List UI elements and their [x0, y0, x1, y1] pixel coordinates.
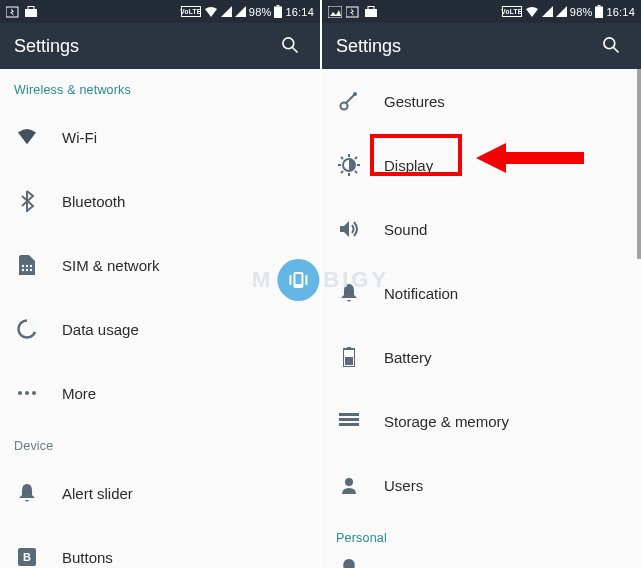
row-label: SIM & network	[62, 257, 160, 274]
row-label: Wi-Fi	[62, 129, 97, 146]
users-icon	[336, 476, 362, 494]
battery-percent: 98%	[249, 6, 272, 18]
svg-point-9	[30, 265, 32, 267]
svg-point-12	[30, 269, 32, 271]
svg-rect-23	[598, 5, 601, 7]
sim-icon	[14, 255, 40, 275]
battery-percent: 98%	[570, 6, 593, 18]
row-sim[interactable]: SIM & network	[0, 233, 320, 297]
section-personal: Personal	[322, 517, 641, 553]
notification-icon	[336, 283, 362, 303]
svg-line-26	[614, 47, 619, 52]
svg-rect-1	[25, 9, 37, 17]
scroll-indicator[interactable]	[637, 69, 641, 259]
row-data-usage[interactable]: Data usage	[0, 297, 320, 361]
volte-icon: VoLTE	[181, 6, 201, 17]
svg-text:B: B	[23, 551, 31, 563]
svg-point-16	[32, 391, 36, 395]
app-bar: Settings	[322, 23, 641, 69]
svg-rect-43	[339, 418, 359, 421]
signal-icon-1	[542, 6, 553, 17]
svg-point-7	[22, 265, 24, 267]
row-label: Notification	[384, 285, 458, 302]
status-right: VoLTE 98% 16:14	[502, 5, 635, 18]
settings-list[interactable]: Gestures Display Sound Notification Batt	[322, 69, 641, 568]
svg-rect-21	[365, 9, 377, 17]
more-icon	[14, 390, 40, 396]
row-users[interactable]: Users	[322, 453, 641, 517]
section-wireless: Wireless & networks	[0, 69, 320, 105]
page-title: Settings	[336, 36, 401, 57]
status-left	[328, 6, 378, 18]
svg-rect-4	[274, 7, 282, 19]
data-usage-icon	[14, 318, 40, 340]
status-bar: VoLTE 98% 16:14	[322, 0, 641, 23]
charge-icon	[6, 6, 20, 18]
row-gestures[interactable]: Gestures	[322, 69, 641, 133]
bell-icon	[14, 483, 40, 503]
signal-icon-2	[235, 6, 246, 17]
row-buttons[interactable]: B Buttons	[0, 525, 320, 568]
svg-line-6	[293, 47, 298, 52]
search-button[interactable]	[274, 29, 306, 64]
storage-icon	[336, 413, 362, 429]
svg-point-45	[345, 478, 353, 486]
search-icon	[280, 35, 300, 55]
row-label: Storage & memory	[384, 413, 509, 430]
row-alert-slider[interactable]: Alert slider	[0, 461, 320, 525]
volte-icon: VoLTE	[502, 6, 522, 17]
signal-icon-1	[221, 6, 232, 17]
row-display[interactable]: Display	[322, 133, 641, 197]
row-bluetooth[interactable]: Bluetooth	[0, 169, 320, 233]
row-label: More	[62, 385, 96, 402]
row-sound[interactable]: Sound	[322, 197, 641, 261]
row-storage[interactable]: Storage & memory	[322, 389, 641, 453]
screen-right: VoLTE 98% 16:14 Settings	[322, 0, 641, 568]
settings-list[interactable]: Wireless & networks Wi-Fi Bluetooth SIM …	[0, 69, 320, 568]
briefcase-icon	[364, 6, 378, 18]
sound-icon	[336, 220, 362, 238]
row-label: Battery	[384, 349, 432, 366]
svg-rect-42	[339, 413, 359, 416]
search-button[interactable]	[595, 29, 627, 64]
svg-rect-3	[277, 5, 280, 7]
svg-rect-44	[339, 423, 359, 426]
row-label: Users	[384, 477, 423, 494]
wifi-icon	[14, 128, 40, 146]
svg-point-27	[341, 103, 348, 110]
svg-point-15	[25, 391, 29, 395]
signal-icon-2	[556, 6, 567, 17]
section-device: Device	[0, 425, 320, 461]
gestures-icon	[336, 91, 362, 111]
clock-text: 16:14	[285, 6, 314, 18]
row-partial[interactable]	[322, 553, 641, 568]
row-label: Sound	[384, 221, 427, 238]
screen-left: VoLTE 98% 16:14 Settings Wireless & netw…	[0, 0, 320, 568]
svg-point-10	[22, 269, 24, 271]
svg-line-38	[355, 157, 357, 159]
row-label: Display	[384, 157, 433, 174]
svg-rect-22	[368, 6, 374, 9]
briefcase-icon	[24, 6, 38, 18]
bluetooth-icon	[14, 190, 40, 212]
battery-icon	[595, 5, 603, 18]
svg-point-25	[604, 37, 615, 48]
svg-rect-24	[595, 7, 603, 19]
row-label: Data usage	[62, 321, 139, 338]
svg-line-37	[341, 171, 343, 173]
svg-rect-19	[328, 6, 342, 18]
svg-rect-41	[345, 357, 353, 365]
row-more[interactable]: More	[0, 361, 320, 425]
row-battery[interactable]: Battery	[322, 325, 641, 389]
row-label: Bluetooth	[62, 193, 125, 210]
row-notification[interactable]: Notification	[322, 261, 641, 325]
row-label: Alert slider	[62, 485, 133, 502]
svg-point-5	[283, 37, 294, 48]
display-icon	[336, 154, 362, 176]
battery-setting-icon	[336, 347, 362, 367]
svg-point-11	[26, 269, 28, 271]
search-icon	[601, 35, 621, 55]
svg-rect-2	[28, 6, 34, 9]
wifi-status-icon	[204, 6, 218, 18]
row-wifi[interactable]: Wi-Fi	[0, 105, 320, 169]
